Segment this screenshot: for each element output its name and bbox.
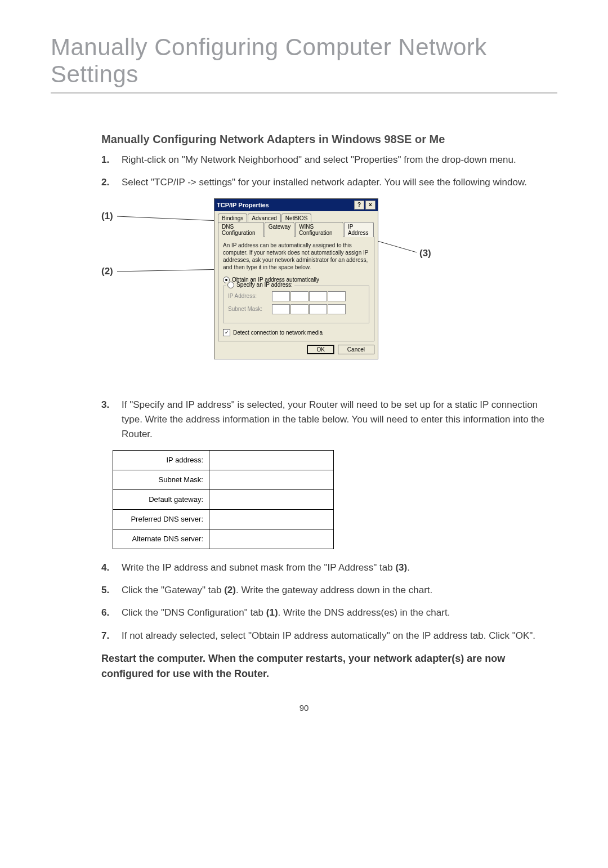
ip-segment-input[interactable] bbox=[290, 304, 309, 314]
tab-bindings[interactable]: Bindings bbox=[218, 213, 247, 222]
cancel-button[interactable]: Cancel bbox=[338, 345, 374, 354]
checkbox-label: Detect connection to network media bbox=[233, 330, 323, 336]
address-entry-table: IP address: Subnet Mask: Default gateway… bbox=[113, 450, 334, 549]
step-item: 3. If "Specify and IP address" is select… bbox=[101, 398, 557, 442]
steps-list-c: 4. Write the IP address and subnet mask … bbox=[101, 560, 557, 643]
svg-line-1 bbox=[117, 269, 226, 271]
radio-label: Specify an IP address: bbox=[236, 282, 293, 288]
row-value bbox=[209, 509, 334, 529]
radio-specify[interactable]: Specify an IP address: bbox=[226, 282, 294, 288]
step-text: Write the IP address and subnet mask fro… bbox=[122, 560, 557, 575]
page-number: 90 bbox=[51, 703, 557, 713]
step-text: Right-click on "My Network Neighborhood"… bbox=[122, 153, 557, 167]
ip-segment-input[interactable] bbox=[309, 304, 327, 314]
step-number: 7. bbox=[101, 629, 122, 643]
ip-address-field: IP Address: bbox=[228, 291, 364, 301]
ip-segment-input[interactable] bbox=[272, 291, 290, 301]
table-row: IP address: bbox=[113, 450, 334, 470]
tab-netbios[interactable]: NetBIOS bbox=[281, 213, 311, 222]
subnet-mask-field: Subnet Mask: bbox=[228, 304, 364, 314]
row-value bbox=[209, 450, 334, 470]
help-icon[interactable]: ? bbox=[354, 201, 364, 210]
ok-button[interactable]: OK bbox=[307, 345, 334, 354]
table-row: Preferred DNS server: bbox=[113, 509, 334, 529]
callout-1: (1) bbox=[101, 211, 113, 222]
radio-icon bbox=[227, 282, 234, 288]
tab-dns-config[interactable]: DNS Configuration bbox=[218, 222, 264, 237]
steps-list-a: 1. Right-click on "My Network Neighborho… bbox=[101, 153, 557, 190]
dialog-title: TCP/IP Properties bbox=[217, 202, 269, 208]
page-title: Manually Configuring Computer Network Se… bbox=[51, 34, 557, 88]
restart-note: Restart the computer. When the computer … bbox=[101, 651, 557, 682]
callout-3: (3) bbox=[419, 248, 431, 259]
table-row: Subnet Mask: bbox=[113, 470, 334, 489]
dialog-info-text: An IP address can be automatically assig… bbox=[223, 242, 369, 271]
checkbox-icon: ✓ bbox=[223, 329, 230, 336]
title-rule bbox=[51, 92, 557, 94]
specify-group: Specify an IP address: IP Address: bbox=[223, 286, 369, 323]
step-number: 5. bbox=[101, 583, 122, 598]
table-row: Alternate DNS server: bbox=[113, 529, 334, 549]
dialog-titlebar: TCP/IP Properties ? × bbox=[214, 199, 378, 211]
step-item: 5. Click the "Gateway" tab (2). Write th… bbox=[101, 583, 557, 598]
row-label: Subnet Mask: bbox=[113, 470, 209, 489]
ip-segment-input[interactable] bbox=[309, 291, 327, 301]
step-number: 2. bbox=[101, 175, 122, 190]
row-value bbox=[209, 470, 334, 489]
close-icon[interactable]: × bbox=[365, 201, 375, 210]
ip-segment-input[interactable] bbox=[328, 291, 346, 301]
tab-advanced[interactable]: Advanced bbox=[248, 213, 280, 222]
callout-2: (2) bbox=[101, 266, 113, 277]
table-row: Default gateway: bbox=[113, 489, 334, 509]
row-value bbox=[209, 489, 334, 509]
step-number: 6. bbox=[101, 606, 122, 620]
steps-list-b: 3. If "Specify and IP address" is select… bbox=[101, 398, 557, 442]
step-number: 1. bbox=[101, 153, 122, 167]
step-text: Click the "Gateway" tab (2). Write the g… bbox=[122, 583, 557, 598]
field-label: Subnet Mask: bbox=[228, 306, 267, 312]
step-item: 2. Select "TCP/IP -> settings" for your … bbox=[101, 175, 557, 190]
screenshot-figure: (1) (2) (3) TCP/IP Properties ? × bbox=[101, 198, 557, 384]
row-label: Default gateway: bbox=[113, 489, 209, 509]
row-label: Alternate DNS server: bbox=[113, 529, 209, 549]
step-item: 6. Click the "DNS Configuration" tab (1)… bbox=[101, 606, 557, 620]
step-item: 4. Write the IP address and subnet mask … bbox=[101, 560, 557, 575]
step-item: 7. If not already selected, select "Obta… bbox=[101, 629, 557, 643]
ip-segment-input[interactable] bbox=[272, 304, 290, 314]
tab-ip-address[interactable]: IP Address bbox=[344, 222, 374, 237]
row-label: IP address: bbox=[113, 450, 209, 470]
tcpip-dialog: TCP/IP Properties ? × Bindings Advanced … bbox=[214, 198, 378, 359]
section-heading: Manually Configuring Network Adapters in… bbox=[101, 133, 557, 146]
ip-segment-input[interactable] bbox=[290, 291, 309, 301]
step-text: Select "TCP/IP -> settings" for your ins… bbox=[122, 175, 557, 190]
step-item: 1. Right-click on "My Network Neighborho… bbox=[101, 153, 557, 167]
row-value bbox=[209, 529, 334, 549]
tab-panel: An IP address can be automatically assig… bbox=[218, 237, 374, 341]
step-number: 3. bbox=[101, 398, 122, 442]
step-number: 4. bbox=[101, 560, 122, 575]
detect-media-checkbox[interactable]: ✓ Detect connection to network media bbox=[223, 329, 369, 336]
tab-strip: Bindings Advanced NetBIOS DNS Configurat… bbox=[214, 211, 378, 237]
step-text: Click the "DNS Configuration" tab (1). W… bbox=[122, 606, 557, 620]
step-text: If "Specify and IP address" is selected,… bbox=[122, 398, 557, 442]
ip-segment-input[interactable] bbox=[328, 304, 346, 314]
field-label: IP Address: bbox=[228, 293, 267, 299]
row-label: Preferred DNS server: bbox=[113, 509, 209, 529]
tab-gateway[interactable]: Gateway bbox=[265, 222, 294, 237]
tab-wins-config[interactable]: WINS Configuration bbox=[295, 222, 343, 237]
step-text: If not already selected, select "Obtain … bbox=[122, 629, 557, 643]
svg-line-0 bbox=[117, 216, 220, 221]
